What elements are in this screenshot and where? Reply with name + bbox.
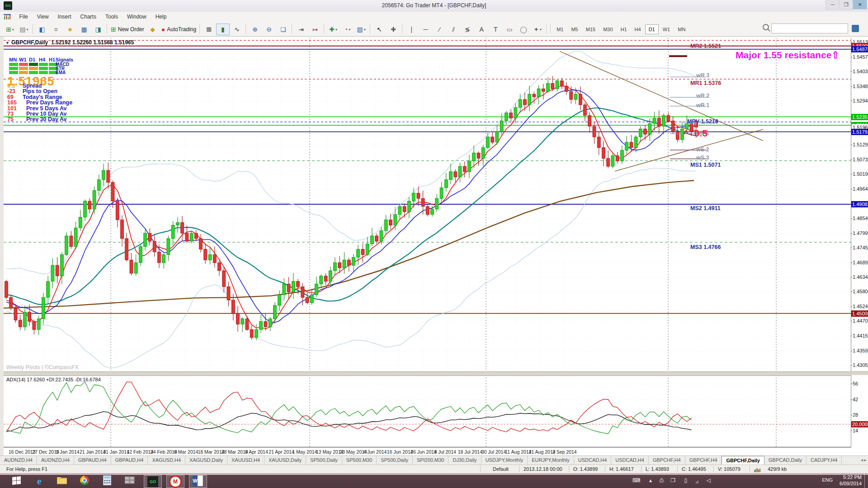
terminal-button[interactable]: ▦ xyxy=(77,23,91,35)
tab-xauusd-h4[interactable]: XAUUSD,H4 xyxy=(227,456,264,465)
taskbar-go-trader[interactable]: GO xyxy=(144,475,162,488)
date-label[interactable]: 18 Jul 2014 xyxy=(458,449,482,455)
tab-spi200-m30[interactable]: SPI200,M30 xyxy=(413,456,449,465)
tab-sp500-daily[interactable]: SP500,Daily xyxy=(306,456,342,465)
search-icon[interactable] xyxy=(763,24,769,30)
phone-icon[interactable]: ▯ xyxy=(684,477,687,483)
tab-sp500-m30[interactable]: SP500,M30 xyxy=(342,456,377,465)
vertical-line-button[interactable]: ∣ xyxy=(405,23,418,35)
fibonacci-button[interactable]: ≶ xyxy=(461,23,474,35)
date-label[interactable]: 11 Aug 2014 xyxy=(505,449,531,455)
tab-xagusd-daily[interactable]: XAGUSD,Daily xyxy=(185,456,227,465)
chart-quote-strip[interactable]: ▼GBPCHF,Daily 1.52192 1.52260 1.51568 1.… xyxy=(5,39,134,46)
collapse-icon[interactable]: ▼ xyxy=(5,41,9,45)
close-button[interactable]: ✕ xyxy=(853,0,867,9)
taskbar-start[interactable] xyxy=(8,475,25,487)
search-input[interactable] xyxy=(771,23,848,33)
tab-usdcad-h4[interactable]: USDCAD,H4 xyxy=(611,456,649,465)
taskbar-metatrader[interactable]: M xyxy=(166,475,184,488)
zoom-out-button[interactable]: ⊖ xyxy=(262,23,276,35)
taskbar-file-explorer[interactable] xyxy=(53,475,71,487)
text-button[interactable]: A xyxy=(475,23,488,35)
date-label[interactable]: 27 Dec 2013 xyxy=(32,449,59,455)
tab-cadjpy-h4[interactable]: CADJPY,H4 xyxy=(807,456,842,465)
date-label[interactable]: 9 Apr 2014 xyxy=(245,449,268,455)
time-axis[interactable]: 16 Dec 201327 Dec 20139 Jan 201421 Jan 2… xyxy=(4,447,851,456)
tab-gbpchf-h4[interactable]: GBPCHF,H4 xyxy=(649,456,685,465)
taskbar-word[interactable]: W xyxy=(189,475,207,488)
tab-gbpaud-h4[interactable]: GBPAUD,H4 xyxy=(111,456,148,465)
minimize-button[interactable]: ─ xyxy=(826,0,840,9)
line-chart-button[interactable]: ∿ xyxy=(230,23,244,35)
menu-item-help[interactable]: Help xyxy=(151,12,171,22)
timeframe-m1[interactable]: M1 xyxy=(553,24,567,34)
timeframe-d1[interactable]: D1 xyxy=(645,24,659,34)
ellipse-button[interactable]: ◯ xyxy=(517,23,530,35)
date-label[interactable]: 26 Jun 2014 xyxy=(410,449,437,455)
tile-windows-button[interactable]: ❏ xyxy=(276,23,290,35)
clock[interactable]: 5:22 PM6/09/2014 xyxy=(840,474,862,487)
arrows-button[interactable]: ✦▾ xyxy=(531,23,544,35)
tab-gbpchf-h4[interactable]: GBPCHF,H4 xyxy=(685,456,722,465)
timeframe-w1[interactable]: W1 xyxy=(659,24,674,34)
tabs-scroll-left[interactable]: ◂ xyxy=(861,458,863,462)
text-label-button[interactable]: T xyxy=(489,23,502,35)
menu-item-tools[interactable]: Tools xyxy=(101,12,123,22)
date-label[interactable]: 16 Dec 2013 xyxy=(9,449,36,455)
taskbar-internet-explorer[interactable]: e xyxy=(31,475,48,487)
strategy-tester-button[interactable]: ◨ xyxy=(91,23,105,35)
tab-dj30-daily[interactable]: DJ30,Daily xyxy=(448,456,481,465)
mql-community-button[interactable]: ◆ xyxy=(146,23,160,35)
adx-axis[interactable]: 5642281420.0000 xyxy=(851,375,868,447)
menu-item-view[interactable]: View xyxy=(33,12,53,22)
candle-chart-button[interactable]: ▮ xyxy=(216,23,230,35)
crosshair-button[interactable]: ✚ xyxy=(387,23,400,35)
tab-gbpcad-daily[interactable]: GBPCAD,Daily xyxy=(764,456,807,465)
display-icon[interactable]: ❒ xyxy=(670,477,675,483)
timeframe-h4[interactable]: H4 xyxy=(631,24,645,34)
date-label[interactable]: 12 Feb 2014 xyxy=(127,449,154,455)
date-label[interactable]: 31 Jan 2014 xyxy=(103,449,129,455)
timeframe-mn[interactable]: MN xyxy=(674,24,689,34)
tab-audnzd-h4[interactable]: AUDNZD,H4 xyxy=(0,456,37,465)
timeframe-m15[interactable]: M15 xyxy=(582,24,599,34)
tab-eurjpy-monthly[interactable]: EURJPY,Monthly xyxy=(528,456,574,465)
zoom-in-button[interactable]: ⊕ xyxy=(248,23,262,35)
templates-button[interactable]: ▨▾ xyxy=(354,23,368,35)
tab-sp500-daily[interactable]: SP500,Daily xyxy=(377,456,413,465)
auto-scroll-button[interactable]: ⇥ xyxy=(294,23,308,35)
timeframe-m30[interactable]: M30 xyxy=(599,24,616,34)
adx-indicator-chart[interactable] xyxy=(4,375,851,447)
date-label[interactable]: 30 Jul 2014 xyxy=(481,449,506,455)
language-indicator[interactable]: ENG xyxy=(822,477,833,483)
profiles-button[interactable]: ▤▾ xyxy=(17,23,31,35)
timeframe-m5[interactable]: M5 xyxy=(567,24,581,34)
date-label[interactable]: 24 Feb 2014 xyxy=(151,449,177,455)
data-window-button[interactable]: ⌗ xyxy=(49,23,63,35)
date-label[interactable]: 21 Aug 2014 xyxy=(529,449,556,455)
tab-usdcad-h4[interactable]: USDCAD,H4 xyxy=(574,456,612,465)
periods-button[interactable]: ◔▾ xyxy=(340,23,354,35)
date-label[interactable]: 21 Apr 2014 xyxy=(269,449,294,455)
tab-audnzd-h4[interactable]: AUDNZD,H4 xyxy=(37,456,74,465)
bar-chart-button[interactable]: 𝌆 xyxy=(202,23,216,35)
tab-gbpchf-daily[interactable]: GBPCHF,Daily xyxy=(722,456,764,465)
tabs-scroll-right[interactable]: ▸ xyxy=(864,458,866,462)
cursor-button[interactable]: ↖ xyxy=(373,23,386,35)
date-label[interactable]: 18 Mar 2014 xyxy=(198,449,224,455)
tab-xauusd-daily[interactable]: XAUUSD,Daily xyxy=(264,456,306,465)
date-label[interactable]: 6 Mar 2014 xyxy=(174,449,198,455)
date-label[interactable]: 2 Sep 2014 xyxy=(552,449,577,455)
show-desktop-button[interactable] xyxy=(864,473,868,488)
date-label[interactable]: 28 Mar 2014 xyxy=(222,449,248,455)
timeframe-h1[interactable]: H1 xyxy=(617,24,631,34)
date-label[interactable]: 8 Jul 2014 xyxy=(434,449,456,455)
pane-splitter[interactable] xyxy=(4,371,868,376)
trendline-button[interactable]: ∕ xyxy=(433,23,446,35)
new-chart-button[interactable]: ⊞▾ xyxy=(3,23,17,35)
keyboard-shortcut-icon[interactable] xyxy=(852,25,859,32)
main-chart[interactable] xyxy=(4,38,851,371)
show-hidden-icon[interactable]: ▴ xyxy=(649,477,652,483)
taskbar-calculator[interactable] xyxy=(99,475,116,487)
menu-item-insert[interactable]: Insert xyxy=(53,12,76,22)
